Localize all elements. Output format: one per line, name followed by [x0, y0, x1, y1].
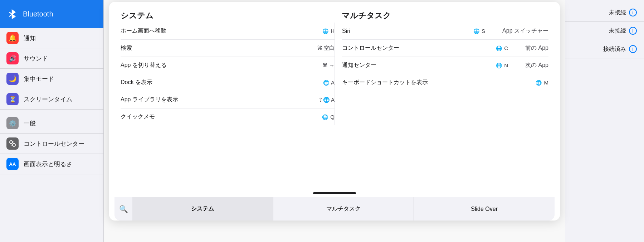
- shortcut-search: 検索 ⌘ 空白: [121, 40, 335, 57]
- notifications-label: 通知: [24, 34, 36, 42]
- shortcut-app-library: App ライブラリを表示 ⇧🌐 A: [121, 91, 335, 108]
- main-panel: システム マルチタスク ホーム画面へ移動 🌐 H 検索 ⌘ 空白: [104, 0, 565, 242]
- svg-point-3: [13, 144, 15, 146]
- app-switcher-label: App スイッチャー: [502, 27, 548, 35]
- sidebar-item-notifications[interactable]: 🔔 通知: [0, 28, 103, 48]
- system-section-title: システム: [121, 10, 335, 21]
- prev-app-label: 前の App: [525, 44, 548, 52]
- general-label: 一般: [24, 119, 36, 127]
- shortcut-dock: Dock を表示 🌐 A: [121, 74, 335, 91]
- sound-icon: 🔊: [6, 52, 19, 64]
- scroll-indicator: [313, 192, 356, 194]
- shortcut-keyboard-shortcuts: キーボードショートカットを表示 🌐 M: [342, 74, 548, 91]
- sound-label: サウンド: [24, 54, 48, 63]
- sidebar-item-screentime[interactable]: ⏳ スクリーンタイム: [0, 89, 103, 110]
- connection-unconnected[interactable]: 未接続 i: [565, 22, 644, 40]
- sidebar-item-general[interactable]: ⚙️ 一般: [0, 113, 103, 134]
- shortcut-switch-app: App を切り替える ⌘ →: [121, 57, 335, 74]
- bluetooth-icon: [6, 8, 18, 20]
- next-app-label: 次の App: [525, 62, 548, 69]
- multitask-section-title-area: マルチタスク: [335, 10, 548, 21]
- focus-icon: 🌙: [6, 73, 19, 85]
- tab-bar: 🔍 システム マルチタスク Slide Over: [114, 197, 555, 221]
- sidebar-item-focus[interactable]: 🌙 集中モード: [0, 69, 103, 89]
- control-center-label: コントロールセンター: [24, 140, 84, 148]
- shortcut-content: システム マルチタスク ホーム画面へ移動 🌐 H 検索 ⌘ 空白: [109, 2, 560, 195]
- general-icon: ⚙️: [6, 117, 19, 129]
- tab-system[interactable]: システム: [132, 197, 273, 221]
- sidebar-bluetooth[interactable]: Bluetooth: [0, 0, 103, 28]
- tab-slideover[interactable]: Slide Over: [414, 197, 555, 221]
- focus-label: 集中モード: [24, 75, 54, 83]
- info-button-top[interactable]: i: [629, 9, 637, 16]
- right-panel: 未接続 i 未接続 i 接続済み i: [565, 0, 644, 242]
- tab-search-icon[interactable]: 🔍: [114, 205, 132, 213]
- unconnected-label: 未接続: [609, 27, 626, 35]
- info-button-connected[interactable]: i: [629, 45, 637, 53]
- connected-label: 接続済み: [603, 45, 626, 53]
- shortcut-home: ホーム画面へ移動 🌐 H: [121, 23, 335, 40]
- unconnected-top-label: 未接続: [609, 9, 626, 16]
- screentime-icon: ⏳: [6, 93, 19, 105]
- shortcut-control-center: コントロールセンター 🌐 C 前の App: [342, 40, 548, 57]
- sidebar: Bluetooth 🔔 通知 🔊 サウンド 🌙 集中モード ⏳ スクリーンタイム…: [0, 0, 104, 242]
- display-icon: AA: [6, 158, 19, 170]
- siri-multitask-col: Siri 🌐 S App スイッチャー コントロールセンター 🌐 C 前の Ap…: [335, 23, 548, 125]
- bluetooth-label: Bluetooth: [23, 10, 53, 18]
- system-shortcuts-col: ホーム画面へ移動 🌐 H 検索 ⌘ 空白 App を切り替える ⌘ → Dock…: [121, 23, 335, 125]
- shortcut-panel: システム マルチタスク ホーム画面へ移動 🌐 H 検索 ⌘ 空白: [109, 2, 560, 221]
- sidebar-item-sound[interactable]: 🔊 サウンド: [0, 48, 103, 69]
- shortcut-notification-center: 通知センター 🌐 N 次の App: [342, 57, 548, 74]
- svg-point-2: [10, 141, 13, 144]
- sidebar-item-display[interactable]: AA 画面表示と明るさ: [0, 154, 103, 174]
- screentime-label: スクリーンタイム: [24, 95, 72, 103]
- control-center-icon: [6, 137, 19, 150]
- shortcut-siri: Siri 🌐 S App スイッチャー: [342, 23, 548, 40]
- display-label: 画面表示と明るさ: [24, 160, 72, 168]
- connection-connected[interactable]: 接続済み i: [565, 40, 644, 58]
- shortcut-grid: ホーム画面へ移動 🌐 H 検索 ⌘ 空白 App を切り替える ⌘ → Dock…: [121, 23, 548, 125]
- tab-multitask[interactable]: マルチタスク: [273, 197, 414, 221]
- info-button-unconnected[interactable]: i: [629, 27, 637, 35]
- sidebar-item-control-center[interactable]: コントロールセンター: [0, 134, 103, 154]
- connection-unconnected-top[interactable]: 未接続 i: [565, 4, 644, 22]
- shortcut-quick-memo: クイックメモ 🌐 Q: [121, 108, 335, 125]
- notifications-icon: 🔔: [6, 32, 19, 44]
